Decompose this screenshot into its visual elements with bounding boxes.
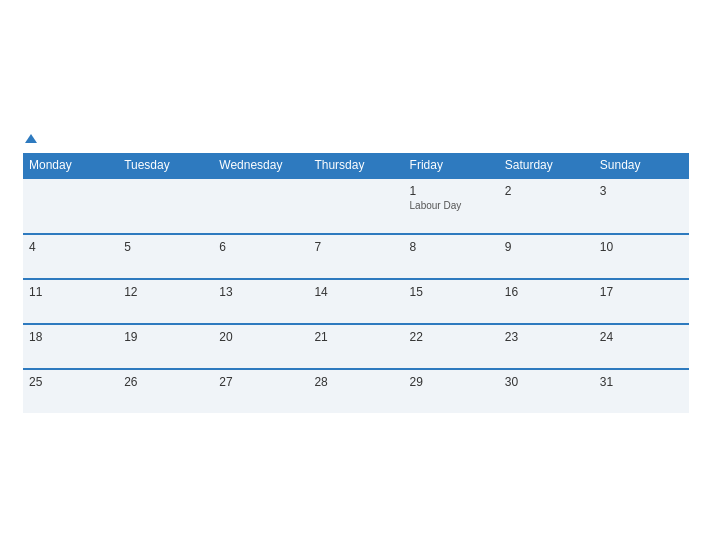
- day-number: 9: [505, 240, 588, 254]
- day-event: Labour Day: [410, 200, 493, 211]
- calendar-cell: 15: [404, 279, 499, 324]
- weekday-header-row: MondayTuesdayWednesdayThursdayFridaySatu…: [23, 153, 689, 178]
- day-number: 4: [29, 240, 112, 254]
- calendar-cell: 25: [23, 369, 118, 413]
- calendar-cell: 20: [213, 324, 308, 369]
- day-number: 24: [600, 330, 683, 344]
- calendar-cell: 11: [23, 279, 118, 324]
- calendar-week-1: 1Labour Day23: [23, 178, 689, 234]
- day-number: 3: [600, 184, 683, 198]
- day-number: 11: [29, 285, 112, 299]
- weekday-header-friday: Friday: [404, 153, 499, 178]
- day-number: 28: [314, 375, 397, 389]
- day-number: 30: [505, 375, 588, 389]
- calendar-cell: 24: [594, 324, 689, 369]
- calendar-cell: 23: [499, 324, 594, 369]
- weekday-header-wednesday: Wednesday: [213, 153, 308, 178]
- day-number: 18: [29, 330, 112, 344]
- calendar-cell: 13: [213, 279, 308, 324]
- day-number: 19: [124, 330, 207, 344]
- calendar-cell: 16: [499, 279, 594, 324]
- day-number: 16: [505, 285, 588, 299]
- calendar-cell: 3: [594, 178, 689, 234]
- calendar-cell: 27: [213, 369, 308, 413]
- calendar-cell: 22: [404, 324, 499, 369]
- calendar-header: [23, 136, 689, 145]
- calendar-week-5: 25262728293031: [23, 369, 689, 413]
- calendar-cell: [118, 178, 213, 234]
- calendar-grid: MondayTuesdayWednesdayThursdayFridaySatu…: [23, 153, 689, 413]
- calendar-week-3: 11121314151617: [23, 279, 689, 324]
- calendar-cell: 12: [118, 279, 213, 324]
- day-number: 25: [29, 375, 112, 389]
- weekday-header-tuesday: Tuesday: [118, 153, 213, 178]
- calendar-cell: 7: [308, 234, 403, 279]
- day-number: 2: [505, 184, 588, 198]
- day-number: 20: [219, 330, 302, 344]
- calendar-cell: 6: [213, 234, 308, 279]
- day-number: 15: [410, 285, 493, 299]
- calendar-cell: [23, 178, 118, 234]
- calendar-cell: 14: [308, 279, 403, 324]
- weekday-header-saturday: Saturday: [499, 153, 594, 178]
- calendar-cell: 26: [118, 369, 213, 413]
- day-number: 12: [124, 285, 207, 299]
- calendar-cell: 10: [594, 234, 689, 279]
- day-number: 17: [600, 285, 683, 299]
- calendar-cell: [213, 178, 308, 234]
- day-number: 27: [219, 375, 302, 389]
- calendar-cell: 4: [23, 234, 118, 279]
- day-number: 26: [124, 375, 207, 389]
- day-number: 22: [410, 330, 493, 344]
- day-number: 14: [314, 285, 397, 299]
- day-number: 13: [219, 285, 302, 299]
- logo-triangle-icon: [25, 134, 37, 143]
- day-number: 6: [219, 240, 302, 254]
- calendar-cell: [308, 178, 403, 234]
- day-number: 8: [410, 240, 493, 254]
- calendar-cell: 31: [594, 369, 689, 413]
- day-number: 5: [124, 240, 207, 254]
- calendar-cell: 9: [499, 234, 594, 279]
- calendar-cell: 17: [594, 279, 689, 324]
- calendar-cell: 28: [308, 369, 403, 413]
- day-number: 21: [314, 330, 397, 344]
- weekday-header-sunday: Sunday: [594, 153, 689, 178]
- day-number: 1: [410, 184, 493, 198]
- weekday-header-thursday: Thursday: [308, 153, 403, 178]
- calendar-week-2: 45678910: [23, 234, 689, 279]
- calendar-cell: 2: [499, 178, 594, 234]
- calendar-container: MondayTuesdayWednesdayThursdayFridaySatu…: [11, 126, 701, 425]
- day-number: 23: [505, 330, 588, 344]
- logo: [23, 136, 37, 145]
- calendar-cell: 29: [404, 369, 499, 413]
- day-number: 31: [600, 375, 683, 389]
- calendar-cell: 1Labour Day: [404, 178, 499, 234]
- weekday-header-monday: Monday: [23, 153, 118, 178]
- day-number: 29: [410, 375, 493, 389]
- calendar-cell: 8: [404, 234, 499, 279]
- day-number: 7: [314, 240, 397, 254]
- calendar-week-4: 18192021222324: [23, 324, 689, 369]
- calendar-cell: 19: [118, 324, 213, 369]
- calendar-cell: 18: [23, 324, 118, 369]
- calendar-cell: 21: [308, 324, 403, 369]
- calendar-cell: 30: [499, 369, 594, 413]
- calendar-cell: 5: [118, 234, 213, 279]
- day-number: 10: [600, 240, 683, 254]
